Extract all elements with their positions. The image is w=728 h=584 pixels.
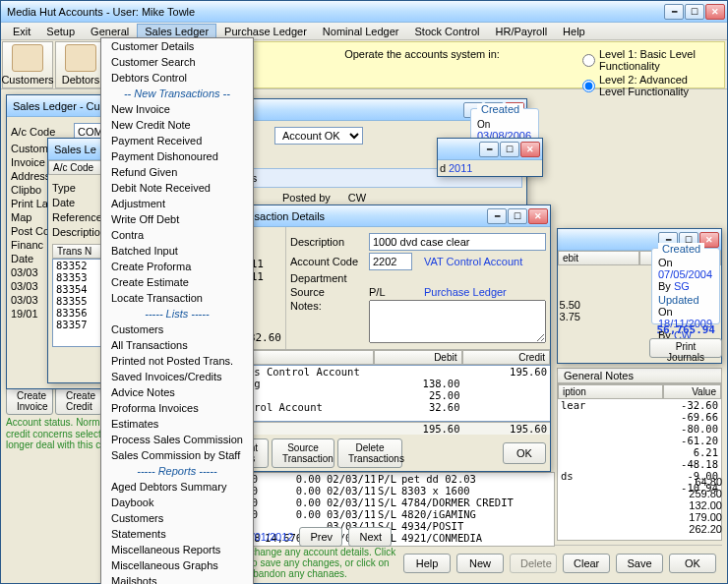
menu-item[interactable]: Write Off Debt xyxy=(101,211,253,227)
menu-item[interactable]: Miscellaneous Reports xyxy=(101,542,253,557)
menu-item[interactable]: Miscellaneous Graphs xyxy=(101,557,253,573)
max-button[interactable]: ☐ xyxy=(685,4,704,20)
source-link[interactable]: Purchase Ledger xyxy=(424,286,507,298)
menu-item[interactable]: Sales Commission by Staff xyxy=(101,447,253,463)
menu-hr-payroll[interactable]: HR/Payroll xyxy=(488,24,556,39)
level2-option[interactable]: Level 2: Advanced Level Functionality xyxy=(582,74,714,97)
toolbar-customers[interactable]: Customers xyxy=(2,41,53,88)
status-hint: Account status. Norma credit concerns se… xyxy=(6,417,114,451)
sl-cust-title: Sales Ledger - Cu xyxy=(13,100,100,112)
created-label: Created xyxy=(477,103,523,115)
table-row[interactable]: -48.18 xyxy=(558,458,721,470)
menu-item[interactable]: Proforma Invoices xyxy=(101,400,253,416)
min-button[interactable]: ━ xyxy=(664,4,684,20)
next-button[interactable]: Next xyxy=(348,527,392,547)
customers-icon xyxy=(12,44,43,72)
menu-item[interactable]: Create Proforma xyxy=(101,259,253,274)
level1-option[interactable]: Level 1: Basic Level Functionality xyxy=(582,48,714,72)
table-row[interactable]: -69.66 xyxy=(558,411,721,423)
menu-item[interactable]: All Transactions xyxy=(101,337,253,353)
table-row[interactable]: reditors Control Account195.60 xyxy=(208,366,550,378)
menu-item[interactable]: Batched Input xyxy=(101,243,253,259)
delete-button: Delete xyxy=(510,554,557,573)
menu-item[interactable]: Printed not Posted Trans. xyxy=(101,353,253,369)
table-row[interactable]: 6.21 xyxy=(558,446,721,458)
alc-code-label: A/c Code xyxy=(11,126,70,138)
desc-label: Description xyxy=(290,236,365,248)
save-button[interactable]: Save xyxy=(616,554,663,573)
menu-item[interactable]: Debtors Control xyxy=(101,70,253,86)
print-journals-button[interactable]: Print Journals xyxy=(649,338,722,358)
menu-item[interactable]: Customer Details xyxy=(101,38,253,54)
menu-item[interactable]: Customers xyxy=(101,510,253,526)
menu-nominal-ledger[interactable]: Nominal Ledger xyxy=(315,24,407,39)
menu-item[interactable]: New Invoice xyxy=(101,101,253,117)
menu-item[interactable]: Statements xyxy=(101,526,253,542)
create-credit-button[interactable]: Create Credit xyxy=(55,387,102,415)
desc-input[interactable] xyxy=(369,233,546,251)
col-credit: Credit xyxy=(462,350,551,365)
menu-item[interactable]: Daybook xyxy=(101,495,253,510)
close-button[interactable]: ✕ xyxy=(705,4,725,20)
menu-item[interactable]: Mailshots xyxy=(101,573,253,584)
ok-button[interactable]: OK xyxy=(669,554,716,573)
table-row[interactable]: 0.000.0003/03/11S/L4820/iGAMING xyxy=(208,508,554,520)
menu-item[interactable]: New Credit Note xyxy=(101,117,253,133)
help-button[interactable]: Help xyxy=(403,554,451,573)
table-row[interactable]: AT Control Account32.60 xyxy=(208,401,550,413)
menu-item[interactable]: Customer Search xyxy=(101,54,253,70)
table-row[interactable]: 0.000.0002/03/11S/L4784/DORMER CREDIT xyxy=(208,496,554,508)
td-close[interactable]: ✕ xyxy=(528,208,548,224)
menu-setup[interactable]: Setup xyxy=(38,24,83,39)
menu-item[interactable]: Payment Dishonoured xyxy=(101,148,253,164)
menu-item[interactable]: Payment Received xyxy=(101,133,253,148)
table-row[interactable]: ackaging138.00 xyxy=(208,378,550,389)
td-max[interactable]: ☐ xyxy=(508,208,527,224)
table-row[interactable]: arriage25.00 xyxy=(208,389,550,401)
table-row[interactable]: 0.000.0002/03/11P/Lpet dd 02.03 xyxy=(208,473,554,485)
menu-item[interactable]: Debit Note Received xyxy=(101,180,253,196)
menu-item[interactable]: Process Sales Commission xyxy=(101,432,253,447)
menu-item[interactable]: Advice Notes xyxy=(101,384,253,400)
acc-link[interactable]: VAT Control Account xyxy=(424,256,522,267)
posted-by-label: Posted by xyxy=(282,192,331,204)
menu-item[interactable]: Customers xyxy=(101,321,253,337)
mini-max[interactable]: ☐ xyxy=(500,142,519,157)
status-select[interactable]: Account OK xyxy=(274,127,363,145)
sales-ledger-menu: Customer DetailsCustomer SearchDebtors C… xyxy=(100,37,254,584)
menu-item[interactable]: Create Estimate xyxy=(101,274,253,290)
src-trans-button[interactable]: Source Transaction xyxy=(272,438,334,468)
menu-stock-control[interactable]: Stock Control xyxy=(407,24,488,39)
menu-item[interactable]: Contra xyxy=(101,227,253,243)
mini-close[interactable]: ✕ xyxy=(520,142,540,157)
toolbar-debtors[interactable]: Debtors xyxy=(55,41,106,88)
rp-created-label: Created xyxy=(658,243,704,255)
create-invoice-button[interactable]: Create Invoice xyxy=(6,387,53,415)
menu-item[interactable]: Locate Transaction xyxy=(101,290,253,306)
menu-item[interactable]: Refund Given xyxy=(101,164,253,180)
del-trans-button[interactable]: Delete Transactions xyxy=(337,438,402,468)
menu-item[interactable]: Estimates xyxy=(101,416,253,432)
acc-code-input[interactable] xyxy=(369,253,412,270)
menu-item: -- New Transactions -- xyxy=(101,86,253,101)
table-row[interactable]: lear-32.60 xyxy=(558,399,721,411)
debtors-icon xyxy=(65,44,96,72)
table-row[interactable]: -61.20 xyxy=(558,435,721,446)
td-ok-button[interactable]: OK xyxy=(503,442,546,464)
clear-button[interactable]: Clear xyxy=(563,554,610,573)
menu-item[interactable]: Adjustment xyxy=(101,196,253,211)
menu-help[interactable]: Help xyxy=(555,24,593,39)
notes-label: Notes: xyxy=(290,300,365,312)
menu-item[interactable]: Saved Invoices/Credits xyxy=(101,369,253,384)
mini-min[interactable]: ━ xyxy=(479,142,499,157)
menu-item[interactable]: Aged Debtors Summary xyxy=(101,479,253,495)
notes-input[interactable] xyxy=(369,300,546,343)
prev-button[interactable]: Prev xyxy=(299,527,342,547)
menu-item: ----- Reports ----- xyxy=(101,463,253,479)
td-min[interactable]: ━ xyxy=(487,208,507,224)
main-title: Media Hut Accounts - User: Mike Towle xyxy=(7,6,195,18)
menu-exit[interactable]: Exit xyxy=(5,24,38,39)
table-row[interactable]: 0.000.0002/03/11S/L8303 x 1600 xyxy=(208,485,554,496)
new-button[interactable]: New xyxy=(456,554,504,573)
table-row[interactable]: -80.00 xyxy=(558,423,721,435)
